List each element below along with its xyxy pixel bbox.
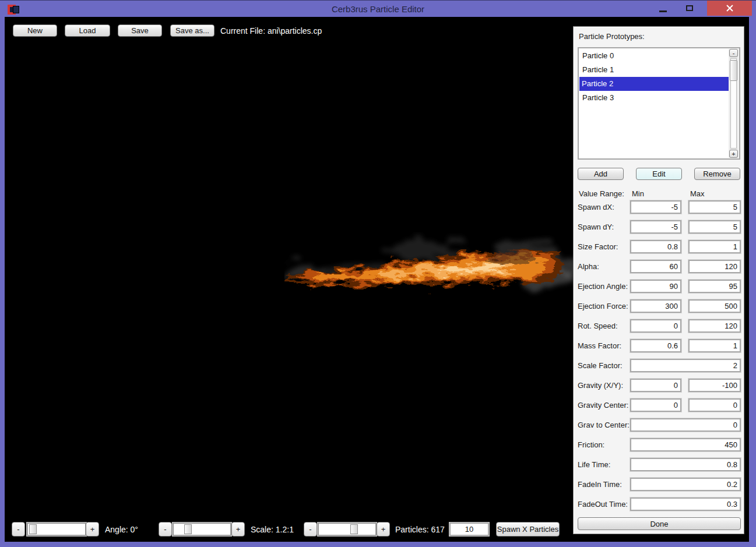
fadein-time-input[interactable]	[630, 478, 741, 491]
grav-to-center-label: Grav to Center:	[578, 421, 630, 429]
alpha-min-input[interactable]	[630, 260, 681, 273]
particles-plus-button[interactable]: +	[377, 522, 390, 537]
angle-plus-button[interactable]: +	[86, 522, 99, 537]
mass-factor-max-input[interactable]	[688, 339, 741, 352]
prototype-list[interactable]: Particle 0 Particle 1 Particle 2 Particl…	[578, 47, 740, 160]
row-grav-to-center: Grav to Center:	[578, 418, 742, 432]
minimize-icon	[659, 10, 667, 12]
life-time-label: Life Time:	[578, 460, 610, 469]
spawn-dy-label: Spawn dY:	[578, 223, 614, 231]
list-item-particle-2-selected[interactable]: Particle 2	[579, 77, 730, 91]
add-button[interactable]: Add	[578, 168, 624, 180]
window-title: Cerb3rus Particle Editor	[0, 4, 756, 14]
row-spawn-dy: Spawn dY:	[578, 220, 742, 234]
spawn-dy-max-input[interactable]	[688, 220, 741, 234]
row-friction: Friction:	[578, 438, 742, 452]
load-button[interactable]: Load	[65, 24, 110, 37]
fadeout-time-input[interactable]	[630, 497, 741, 511]
grav-to-center-input[interactable]	[630, 418, 741, 432]
row-size-factor: Size Factor:	[578, 240, 742, 254]
particles-slider-handle[interactable]	[350, 524, 358, 534]
mass-factor-label: Mass Factor:	[578, 341, 621, 350]
friction-input[interactable]	[630, 438, 741, 451]
close-icon	[725, 3, 734, 13]
alpha-max-input[interactable]	[688, 260, 741, 273]
list-item-particle-1[interactable]: Particle 1	[580, 63, 729, 77]
max-header: Max	[690, 189, 705, 198]
save-as-button[interactable]: Save as...	[170, 24, 215, 37]
row-fadein-time: FadeIn Time:	[578, 478, 742, 492]
ejection-force-min-input[interactable]	[630, 299, 681, 313]
flame-particles-preview	[284, 232, 576, 308]
gravity-y-input[interactable]	[688, 379, 741, 392]
minimize-button[interactable]	[650, 1, 676, 16]
close-button[interactable]	[707, 1, 752, 16]
particles-count-label: Particles: 617	[395, 525, 445, 534]
scale-slider-handle[interactable]	[184, 524, 192, 534]
gravity-center-y-input[interactable]	[688, 398, 741, 412]
fadeout-time-label: FadeOut Time:	[578, 500, 628, 509]
rot-speed-label: Rot. Speed:	[578, 322, 618, 330]
scale-minus-button[interactable]: -	[159, 522, 172, 537]
scroll-up-button[interactable]: -	[729, 49, 738, 57]
scale-plus-button[interactable]: +	[231, 522, 245, 537]
edit-button[interactable]: Edit	[636, 168, 682, 180]
spawn-dx-min-input[interactable]	[630, 200, 681, 214]
scale-value-label: Scale: 1.2:1	[251, 525, 294, 534]
angle-slider-handle[interactable]	[29, 524, 37, 534]
row-ejection-angle: Ejection Angle:	[578, 280, 742, 294]
particles-minus-button[interactable]: -	[304, 522, 317, 537]
maximize-icon	[686, 5, 693, 11]
done-button[interactable]: Done	[578, 517, 741, 530]
gravity-x-input[interactable]	[630, 379, 681, 392]
alpha-label: Alpha:	[578, 262, 599, 271]
angle-slider[interactable]	[27, 523, 86, 536]
life-time-input[interactable]	[630, 458, 741, 471]
row-spawn-dx: Spawn dX:	[578, 200, 742, 214]
gravity-center-x-input[interactable]	[630, 398, 681, 412]
spawn-x-particles-button[interactable]: Spawn X Particles	[496, 522, 560, 537]
save-button[interactable]: Save	[118, 24, 162, 37]
size-factor-max-input[interactable]	[688, 240, 741, 253]
ejection-angle-min-input[interactable]	[630, 280, 681, 293]
gravity-xy-label: Gravity (X/Y):	[578, 381, 623, 390]
mass-factor-min-input[interactable]	[630, 339, 681, 352]
remove-button[interactable]: Remove	[694, 168, 740, 180]
maximize-button[interactable]	[676, 1, 702, 16]
ejection-force-label: Ejection Force:	[578, 302, 628, 310]
min-header: Min	[632, 189, 644, 198]
ejection-force-max-input[interactable]	[688, 299, 741, 313]
row-scale-factor: Scale Factor:	[578, 359, 742, 373]
particles-slider[interactable]	[318, 523, 377, 536]
spawn-dy-min-input[interactable]	[630, 220, 681, 234]
size-factor-min-input[interactable]	[630, 240, 681, 253]
scale-factor-input[interactable]	[630, 359, 741, 372]
row-alpha: Alpha:	[578, 260, 742, 274]
spawn-count-input[interactable]	[449, 523, 489, 536]
scale-factor-label: Scale Factor:	[578, 361, 623, 370]
list-scrollbar[interactable]: - +	[729, 49, 739, 158]
current-file-label: Current File: ani\particles.cp	[220, 26, 322, 36]
scrollbar-thumb[interactable]	[730, 60, 737, 81]
rot-speed-min-input[interactable]	[630, 319, 681, 333]
ejection-angle-max-input[interactable]	[688, 280, 741, 293]
friction-label: Friction:	[578, 440, 604, 449]
titlebar[interactable]: Cerb3rus Particle Editor	[0, 0, 756, 17]
scale-slider[interactable]	[173, 523, 231, 536]
angle-value-label: Angle: 0°	[105, 525, 138, 534]
row-life-time: Life Time:	[578, 458, 742, 472]
size-factor-label: Size Factor:	[578, 242, 618, 251]
spawn-dx-label: Spawn dX:	[578, 203, 614, 211]
spawn-dx-max-input[interactable]	[688, 200, 741, 214]
row-gravity-xy: Gravity (X/Y):	[578, 379, 742, 393]
row-rot-speed: Rot. Speed:	[578, 319, 742, 333]
row-fadeout-time: FadeOut Time:	[578, 497, 742, 511]
prototypes-label: Particle Prototypes:	[579, 32, 645, 41]
new-button[interactable]: New	[13, 24, 57, 37]
list-item-particle-0[interactable]: Particle 0	[580, 49, 729, 63]
row-mass-factor: Mass Factor:	[578, 339, 742, 353]
scroll-down-button[interactable]: +	[729, 150, 738, 158]
list-item-particle-3[interactable]: Particle 3	[580, 91, 729, 105]
angle-minus-button[interactable]: -	[12, 522, 25, 537]
rot-speed-max-input[interactable]	[688, 319, 741, 333]
